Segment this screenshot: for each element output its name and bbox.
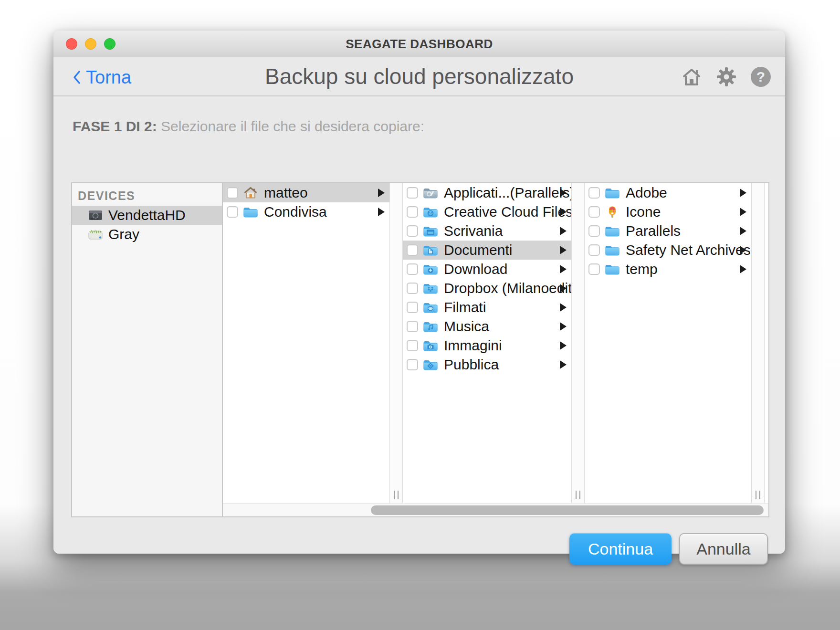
- item-label: Dropbox (Milanoedit): [444, 280, 577, 296]
- checkbox[interactable]: [588, 244, 600, 256]
- checkbox[interactable]: [588, 206, 600, 218]
- list-item-temp[interactable]: temp: [585, 260, 751, 279]
- disclosure-triangle-icon[interactable]: [560, 360, 567, 369]
- checkbox[interactable]: [407, 340, 418, 351]
- disclosure-triangle-icon[interactable]: [740, 208, 746, 216]
- column-browser: matteo Condivisa: [223, 183, 768, 516]
- folder-pictures-icon: [423, 339, 438, 352]
- title-bar: SEAGATE DASHBOARD: [53, 31, 785, 57]
- folder-public-icon: [423, 358, 438, 371]
- item-label: Adobe: [626, 185, 667, 201]
- content-area: FASE 1 DI 2: Selezionare il file che si …: [53, 96, 785, 554]
- checkbox[interactable]: [407, 225, 418, 237]
- window-title: SEAGATE DASHBOARD: [53, 31, 785, 57]
- item-label: Scrivania: [444, 223, 503, 239]
- list-item-documenti[interactable]: Documenti: [403, 241, 571, 260]
- popsicle-icon: [605, 205, 620, 219]
- item-label: Filmati: [444, 299, 486, 315]
- column-resize-gutter[interactable]: [751, 183, 765, 516]
- item-label: Musica: [444, 318, 489, 335]
- disclosure-triangle-icon[interactable]: [740, 189, 746, 197]
- checkbox[interactable]: [588, 263, 600, 275]
- list-item-icone[interactable]: Icone: [585, 202, 751, 221]
- checkbox[interactable]: [407, 263, 418, 275]
- gear-icon[interactable]: [715, 66, 737, 88]
- item-label: Documenti: [444, 242, 512, 258]
- item-label: Parallels: [626, 223, 681, 239]
- page-title: Backup su cloud personalizzato: [53, 58, 785, 96]
- help-icon[interactable]: ?: [750, 66, 772, 88]
- item-label: matteo: [264, 185, 308, 201]
- list-item-immagini[interactable]: Immagini: [403, 336, 571, 355]
- folder-icon: [605, 243, 620, 257]
- continue-button[interactable]: Continua: [569, 533, 672, 565]
- disclosure-triangle-icon[interactable]: [560, 246, 567, 254]
- checkbox[interactable]: [407, 359, 418, 370]
- checkbox[interactable]: [588, 187, 600, 199]
- home-icon[interactable]: [680, 66, 703, 88]
- list-item-applications[interactable]: Applicati...(Parallels): [403, 183, 571, 202]
- column-resize-gutter[interactable]: [389, 183, 403, 516]
- checkbox[interactable]: [407, 283, 418, 294]
- step-instruction: Selezionare il file che si desidera copi…: [161, 118, 424, 134]
- cancel-button[interactable]: Annulla: [679, 533, 768, 565]
- folder-documents-icon: [423, 243, 438, 257]
- column-root: matteo Condivisa: [223, 183, 389, 516]
- checkbox[interactable]: [227, 206, 238, 218]
- device-label: VendettaHD: [108, 207, 186, 223]
- checkbox[interactable]: [407, 187, 418, 199]
- item-label: Safety Net Archives: [626, 242, 751, 258]
- list-item-creative-cloud[interactable]: Creative Cloud Files: [403, 202, 571, 221]
- list-item-pubblica[interactable]: Pubblica: [403, 355, 571, 374]
- horizontal-scrollbar-thumb[interactable]: [371, 505, 764, 515]
- checkbox[interactable]: [407, 302, 418, 313]
- column-resize-gutter[interactable]: [571, 183, 585, 516]
- list-item-adobe[interactable]: Adobe: [585, 183, 751, 202]
- disclosure-triangle-icon[interactable]: [378, 189, 385, 197]
- folder-movies-icon: [423, 301, 438, 314]
- device-row-vendettahd[interactable]: VendettaHD: [72, 206, 222, 225]
- disclosure-triangle-icon[interactable]: [560, 208, 567, 216]
- disclosure-triangle-icon[interactable]: [560, 227, 567, 235]
- column-resize-handle-icon[interactable]: [394, 491, 399, 499]
- column-resize-handle-icon[interactable]: [756, 491, 760, 499]
- list-item-condivisa[interactable]: Condivisa: [223, 202, 389, 221]
- disclosure-triangle-icon[interactable]: [560, 341, 567, 350]
- disclosure-triangle-icon[interactable]: [378, 208, 385, 216]
- checkbox[interactable]: [407, 206, 418, 218]
- column-documents-contents: Adobe Icone: [585, 183, 751, 516]
- list-item-download[interactable]: Download: [403, 260, 571, 279]
- folder-icon: [605, 186, 620, 200]
- disclosure-triangle-icon[interactable]: [560, 284, 567, 293]
- folder-icon: [605, 262, 620, 276]
- disclosure-triangle-icon[interactable]: [740, 246, 746, 254]
- list-item-matteo[interactable]: matteo: [223, 183, 389, 202]
- disclosure-triangle-icon[interactable]: [740, 265, 746, 273]
- column-resize-handle-icon[interactable]: [576, 491, 580, 499]
- disclosure-triangle-icon[interactable]: [560, 322, 567, 331]
- disclosure-triangle-icon[interactable]: [560, 189, 567, 197]
- device-row-gray[interactable]: Gray: [72, 225, 222, 244]
- step-number: FASE 1 DI 2:: [73, 118, 157, 134]
- disclosure-triangle-icon[interactable]: [560, 265, 567, 273]
- item-label: Download: [444, 261, 507, 277]
- folder-applications-icon: [423, 186, 438, 200]
- item-label: Applicati...(Parallels): [444, 185, 574, 201]
- checkbox[interactable]: [407, 244, 418, 256]
- folder-creative-cloud-icon: [423, 205, 438, 219]
- list-item-safety-net-archives[interactable]: Safety Net Archives: [585, 241, 751, 260]
- horizontal-scrollbar[interactable]: [223, 503, 768, 516]
- device-label: Gray: [108, 226, 139, 242]
- checkbox[interactable]: [407, 321, 418, 332]
- list-item-parallels[interactable]: Parallels: [585, 221, 751, 241]
- hard-drive-dark-icon: [87, 208, 104, 222]
- list-item-dropbox[interactable]: Dropbox (Milanoedit): [403, 279, 571, 298]
- list-item-scrivania[interactable]: Scrivania: [403, 221, 571, 241]
- list-item-musica[interactable]: Musica: [403, 317, 571, 336]
- checkbox[interactable]: [227, 187, 238, 199]
- column-home-contents: Applicati...(Parallels) Creative Cloud F…: [403, 183, 571, 516]
- disclosure-triangle-icon[interactable]: [740, 227, 746, 235]
- disclosure-triangle-icon[interactable]: [560, 303, 567, 312]
- checkbox[interactable]: [588, 225, 600, 237]
- list-item-filmati[interactable]: Filmati: [403, 298, 571, 317]
